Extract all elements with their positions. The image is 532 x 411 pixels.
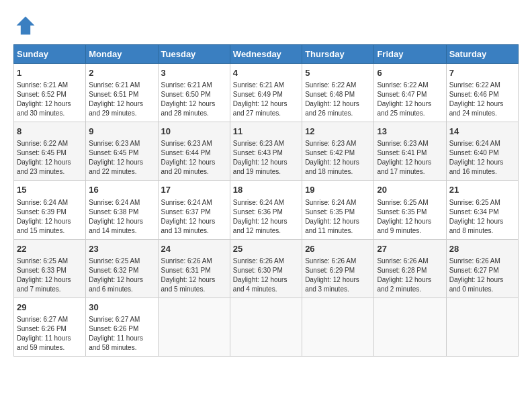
calendar-week-row: 22Sunrise: 6:25 AMSunset: 6:33 PMDayligh…: [14, 239, 519, 298]
calendar-day-cell: 22Sunrise: 6:25 AMSunset: 6:33 PMDayligh…: [14, 239, 86, 298]
calendar-day-cell: 4Sunrise: 6:21 AMSunset: 6:49 PMDaylight…: [230, 64, 302, 122]
calendar-day-cell: 26Sunrise: 6:26 AMSunset: 6:29 PMDayligh…: [302, 239, 374, 298]
day-info: Sunrise: 6:22 AMSunset: 6:48 PMDaylight:…: [305, 81, 371, 118]
header-friday: Friday: [374, 45, 446, 64]
header-sunday: Sunday: [14, 45, 86, 64]
day-info: Sunrise: 6:26 AMSunset: 6:31 PMDaylight:…: [161, 257, 227, 294]
day-info: Sunrise: 6:27 AMSunset: 6:26 PMDaylight:…: [17, 315, 83, 353]
day-info: Sunrise: 6:21 AMSunset: 6:52 PMDaylight:…: [17, 81, 83, 118]
day-number: 29: [17, 302, 83, 314]
calendar-day-cell: 24Sunrise: 6:26 AMSunset: 6:31 PMDayligh…: [158, 239, 230, 298]
day-info: Sunrise: 6:24 AMSunset: 6:37 PMDaylight:…: [161, 198, 227, 236]
day-number: 2: [89, 67, 154, 79]
day-number: 7: [449, 67, 515, 79]
day-number: 11: [233, 126, 299, 138]
day-number: 13: [377, 126, 443, 138]
header-monday: Monday: [86, 45, 158, 64]
calendar-day-cell: 5Sunrise: 6:22 AMSunset: 6:48 PMDaylight…: [302, 64, 374, 122]
calendar-week-row: 8Sunrise: 6:22 AMSunset: 6:45 PMDaylight…: [14, 122, 519, 181]
calendar-day-cell: 23Sunrise: 6:25 AMSunset: 6:32 PMDayligh…: [86, 239, 158, 298]
calendar-day-cell: 18Sunrise: 6:24 AMSunset: 6:36 PMDayligh…: [230, 181, 302, 239]
day-info: Sunrise: 6:25 AMSunset: 6:34 PMDaylight:…: [449, 198, 515, 236]
day-number: 6: [377, 67, 443, 79]
calendar-header-row: SundayMondayTuesdayWednesdayThursdayFrid…: [14, 45, 519, 64]
day-info: Sunrise: 6:21 AMSunset: 6:49 PMDaylight:…: [233, 81, 299, 118]
calendar-week-row: 1Sunrise: 6:21 AMSunset: 6:52 PMDaylight…: [14, 64, 519, 122]
calendar-table: SundayMondayTuesdayWednesdayThursdayFrid…: [13, 44, 519, 357]
logo-icon: [13, 13, 38, 38]
day-info: Sunrise: 6:23 AMSunset: 6:43 PMDaylight:…: [233, 139, 299, 177]
calendar-day-cell: 3Sunrise: 6:21 AMSunset: 6:50 PMDaylight…: [158, 64, 230, 122]
calendar-day-cell: [374, 298, 446, 356]
header-thursday: Thursday: [302, 45, 374, 64]
day-number: 22: [17, 243, 83, 255]
calendar-day-cell: 25Sunrise: 6:26 AMSunset: 6:30 PMDayligh…: [230, 239, 302, 298]
calendar-day-cell: 17Sunrise: 6:24 AMSunset: 6:37 PMDayligh…: [158, 181, 230, 239]
day-number: 23: [89, 243, 154, 255]
day-number: 4: [233, 67, 299, 79]
day-info: Sunrise: 6:26 AMSunset: 6:27 PMDaylight:…: [449, 257, 515, 294]
calendar-day-cell: 11Sunrise: 6:23 AMSunset: 6:43 PMDayligh…: [230, 122, 302, 181]
day-info: Sunrise: 6:22 AMSunset: 6:46 PMDaylight:…: [449, 81, 515, 118]
day-info: Sunrise: 6:26 AMSunset: 6:30 PMDaylight:…: [233, 257, 299, 294]
day-info: Sunrise: 6:26 AMSunset: 6:29 PMDaylight:…: [305, 257, 371, 294]
calendar-day-cell: 14Sunrise: 6:24 AMSunset: 6:40 PMDayligh…: [446, 122, 518, 181]
day-info: Sunrise: 6:24 AMSunset: 6:38 PMDaylight:…: [89, 198, 154, 236]
calendar-day-cell: 10Sunrise: 6:23 AMSunset: 6:44 PMDayligh…: [158, 122, 230, 181]
day-info: Sunrise: 6:22 AMSunset: 6:47 PMDaylight:…: [377, 81, 443, 118]
calendar-week-row: 15Sunrise: 6:24 AMSunset: 6:39 PMDayligh…: [14, 181, 519, 239]
day-number: 1: [17, 67, 83, 79]
calendar-day-cell: 13Sunrise: 6:23 AMSunset: 6:41 PMDayligh…: [374, 122, 446, 181]
calendar-day-cell: 20Sunrise: 6:25 AMSunset: 6:35 PMDayligh…: [374, 181, 446, 239]
day-info: Sunrise: 6:25 AMSunset: 6:33 PMDaylight:…: [17, 257, 83, 294]
calendar-day-cell: 21Sunrise: 6:25 AMSunset: 6:34 PMDayligh…: [446, 181, 518, 239]
day-number: 16: [89, 184, 154, 196]
day-number: 25: [233, 243, 299, 255]
day-number: 27: [377, 243, 443, 255]
day-number: 9: [89, 126, 154, 138]
day-number: 18: [233, 184, 299, 196]
calendar-week-row: 29Sunrise: 6:27 AMSunset: 6:26 PMDayligh…: [14, 298, 519, 356]
calendar-day-cell: 2Sunrise: 6:21 AMSunset: 6:51 PMDaylight…: [86, 64, 158, 122]
calendar-day-cell: 19Sunrise: 6:24 AMSunset: 6:35 PMDayligh…: [302, 181, 374, 239]
day-info: Sunrise: 6:26 AMSunset: 6:28 PMDaylight:…: [377, 257, 443, 294]
day-info: Sunrise: 6:23 AMSunset: 6:44 PMDaylight:…: [161, 139, 227, 177]
day-info: Sunrise: 6:23 AMSunset: 6:41 PMDaylight:…: [377, 139, 443, 177]
day-info: Sunrise: 6:27 AMSunset: 6:26 PMDaylight:…: [89, 315, 154, 353]
calendar-day-cell: 6Sunrise: 6:22 AMSunset: 6:47 PMDaylight…: [374, 64, 446, 122]
calendar-day-cell: 9Sunrise: 6:23 AMSunset: 6:45 PMDaylight…: [86, 122, 158, 181]
day-number: 14: [449, 126, 515, 138]
calendar-day-cell: 8Sunrise: 6:22 AMSunset: 6:45 PMDaylight…: [14, 122, 86, 181]
calendar-day-cell: 12Sunrise: 6:23 AMSunset: 6:42 PMDayligh…: [302, 122, 374, 181]
day-info: Sunrise: 6:22 AMSunset: 6:45 PMDaylight:…: [17, 139, 83, 177]
day-number: 30: [89, 302, 154, 314]
day-number: 24: [161, 243, 227, 255]
header: [13, 13, 519, 38]
header-tuesday: Tuesday: [158, 45, 230, 64]
calendar-day-cell: [302, 298, 374, 356]
day-info: Sunrise: 6:24 AMSunset: 6:36 PMDaylight:…: [233, 198, 299, 236]
day-number: 20: [377, 184, 443, 196]
header-wednesday: Wednesday: [230, 45, 302, 64]
day-number: 12: [305, 126, 371, 138]
day-info: Sunrise: 6:23 AMSunset: 6:45 PMDaylight:…: [89, 139, 154, 177]
day-number: 10: [161, 126, 227, 138]
calendar-day-cell: 16Sunrise: 6:24 AMSunset: 6:38 PMDayligh…: [86, 181, 158, 239]
day-info: Sunrise: 6:25 AMSunset: 6:35 PMDaylight:…: [377, 198, 443, 236]
day-number: 8: [17, 126, 83, 138]
day-number: 17: [161, 184, 227, 196]
day-info: Sunrise: 6:21 AMSunset: 6:51 PMDaylight:…: [89, 81, 154, 118]
calendar-day-cell: [230, 298, 302, 356]
day-info: Sunrise: 6:24 AMSunset: 6:35 PMDaylight:…: [305, 198, 371, 236]
day-info: Sunrise: 6:23 AMSunset: 6:42 PMDaylight:…: [305, 139, 371, 177]
svg-marker-0: [17, 17, 35, 35]
day-info: Sunrise: 6:25 AMSunset: 6:32 PMDaylight:…: [89, 257, 154, 294]
calendar-day-cell: 30Sunrise: 6:27 AMSunset: 6:26 PMDayligh…: [86, 298, 158, 356]
day-info: Sunrise: 6:24 AMSunset: 6:39 PMDaylight:…: [17, 198, 83, 236]
calendar-day-cell: 7Sunrise: 6:22 AMSunset: 6:46 PMDaylight…: [446, 64, 518, 122]
day-number: 15: [17, 184, 83, 196]
calendar-day-cell: [158, 298, 230, 356]
day-number: 21: [449, 184, 515, 196]
day-number: 5: [305, 67, 371, 79]
day-number: 19: [305, 184, 371, 196]
